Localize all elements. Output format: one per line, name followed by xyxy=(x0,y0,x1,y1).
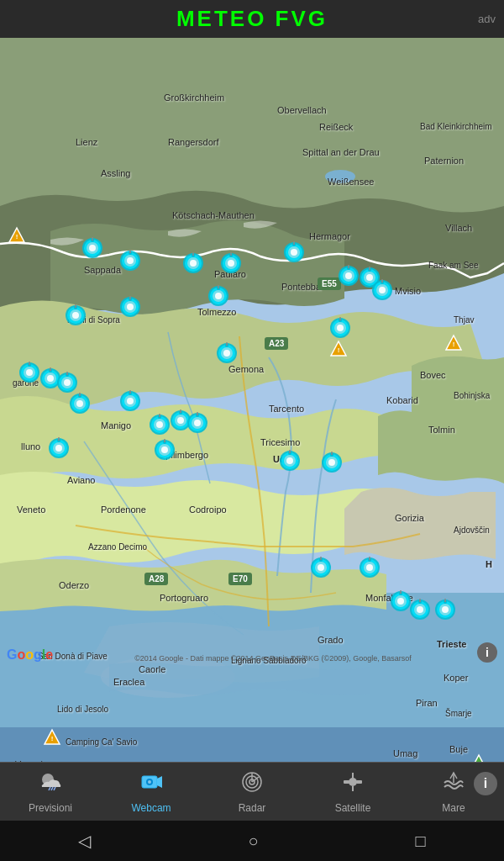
svg-rect-210 xyxy=(344,780,349,784)
nav-label-satellite: Satellite xyxy=(335,802,371,814)
app-title: METEO FVG xyxy=(176,6,328,32)
road-sign: E70 xyxy=(228,573,252,585)
svg-point-55 xyxy=(215,293,222,299)
svg-point-91 xyxy=(64,379,71,386)
svg-point-121 xyxy=(194,420,201,426)
map-container[interactable]: GroßkirchheimObervellachReißeckBad Klein… xyxy=(0,38,504,765)
svg-point-133 xyxy=(55,445,62,452)
svg-point-25 xyxy=(228,260,234,267)
nav-icon-radar xyxy=(240,770,264,800)
svg-point-13 xyxy=(127,257,134,264)
back-button[interactable]: ◁ xyxy=(61,824,108,858)
svg-point-7 xyxy=(89,245,96,251)
svg-point-61 xyxy=(72,312,79,319)
webcam-marker[interactable] xyxy=(321,452,343,473)
webcam-marker[interactable] xyxy=(186,412,208,434)
nav-item-webcam[interactable]: Webcam xyxy=(109,767,193,817)
svg-point-175 xyxy=(417,606,423,613)
nav-icon-mare xyxy=(442,770,465,800)
webcam-marker[interactable] xyxy=(119,390,141,412)
nav-label-webcam: Webcam xyxy=(131,802,171,814)
svg-text:!: ! xyxy=(453,341,455,348)
svg-point-97 xyxy=(76,400,83,407)
info-button[interactable]: i xyxy=(477,642,497,663)
svg-point-73 xyxy=(337,325,344,331)
nav-item-radar[interactable]: Radar xyxy=(210,767,294,817)
road-sign: A28 xyxy=(144,573,168,585)
svg-point-115 xyxy=(177,417,184,424)
svg-line-197 xyxy=(54,787,55,790)
webcam-marker[interactable] xyxy=(182,252,204,274)
nav-bar: Previsioni Webcam Radar Satellite Mare xyxy=(0,762,504,821)
svg-point-67 xyxy=(127,304,134,310)
svg-point-37 xyxy=(345,272,352,279)
webcam-marker[interactable] xyxy=(149,414,171,436)
nav-info-button[interactable]: i xyxy=(474,772,497,795)
svg-point-157 xyxy=(318,564,324,571)
nav-icon-webcam xyxy=(139,770,163,800)
triangle-marker: ! xyxy=(329,340,348,358)
svg-point-3 xyxy=(325,170,355,183)
triangle-marker: ! xyxy=(8,226,26,245)
webcam-marker[interactable] xyxy=(207,285,229,307)
system-nav: ◁ ○ □ xyxy=(0,821,504,861)
webcam-marker[interactable] xyxy=(119,250,141,272)
webcam-marker[interactable] xyxy=(434,599,456,621)
svg-point-127 xyxy=(223,350,230,357)
webcam-marker[interactable] xyxy=(283,241,305,263)
svg-point-207 xyxy=(349,778,357,786)
webcam-marker[interactable] xyxy=(56,372,78,394)
webcam-marker[interactable] xyxy=(216,342,238,364)
svg-point-49 xyxy=(379,287,386,293)
svg-point-181 xyxy=(442,606,449,613)
nav-label-mare: Mare xyxy=(442,802,465,814)
road-sign: A23 xyxy=(265,337,288,350)
map-copyright: ©2014 Google - Dati mappe ©2014 GeoBasis… xyxy=(42,654,504,663)
webcam-marker[interactable] xyxy=(69,393,91,415)
webcam-marker[interactable] xyxy=(65,304,87,326)
svg-marker-199 xyxy=(157,776,162,788)
nav-icon-satellite xyxy=(341,770,365,800)
adv-label: adv xyxy=(478,13,496,25)
svg-point-103 xyxy=(127,398,134,404)
webcam-marker[interactable] xyxy=(409,599,431,621)
webcam-marker[interactable] xyxy=(329,317,351,339)
nav-item-satellite[interactable]: Satellite xyxy=(311,767,395,817)
nav-label-radar: Radar xyxy=(239,802,266,814)
triangle-marker: ! xyxy=(43,728,61,747)
webcam-marker[interactable] xyxy=(279,450,301,472)
triangle-marker: ! xyxy=(444,334,463,352)
webcam-marker[interactable] xyxy=(18,362,40,383)
svg-point-145 xyxy=(286,457,293,464)
webcam-marker[interactable] xyxy=(119,296,141,318)
webcam-marker[interactable] xyxy=(310,557,332,578)
app-header: METEO FVG adv xyxy=(0,0,504,38)
svg-point-201 xyxy=(148,780,151,784)
nav-item-previsioni[interactable]: Previsioni xyxy=(8,767,92,817)
svg-text:!: ! xyxy=(338,346,340,354)
svg-point-31 xyxy=(291,249,297,256)
svg-line-195 xyxy=(49,787,50,790)
webcam-marker[interactable] xyxy=(338,265,360,287)
recent-button[interactable]: □ xyxy=(398,825,442,858)
svg-point-169 xyxy=(397,598,404,605)
svg-line-196 xyxy=(51,787,53,790)
webcam-marker[interactable] xyxy=(220,252,242,274)
svg-point-19 xyxy=(190,260,197,267)
webcam-marker[interactable] xyxy=(81,237,103,259)
svg-point-79 xyxy=(26,369,33,376)
svg-point-163 xyxy=(366,564,373,571)
svg-text:!: ! xyxy=(51,735,54,742)
svg-text:!: ! xyxy=(16,233,18,240)
home-button[interactable]: ○ xyxy=(231,825,275,858)
svg-rect-211 xyxy=(356,780,362,784)
svg-point-85 xyxy=(47,375,54,382)
webcam-marker[interactable] xyxy=(154,439,176,461)
nav-label-previsioni: Previsioni xyxy=(29,802,72,814)
nav-icon-previsioni xyxy=(39,770,62,800)
svg-point-151 xyxy=(328,459,335,466)
webcam-marker[interactable] xyxy=(48,437,70,459)
webcam-marker[interactable] xyxy=(359,557,381,578)
webcam-marker[interactable] xyxy=(371,279,393,301)
svg-point-139 xyxy=(161,446,168,453)
